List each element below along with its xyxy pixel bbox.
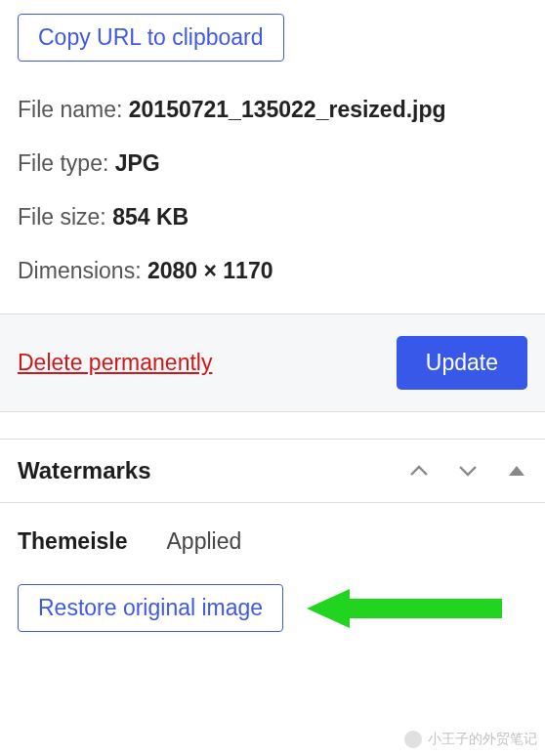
watermark-item-row: Themeisle Applied <box>18 528 527 555</box>
dimensions-value: 2080 × 1170 <box>147 258 273 283</box>
file-type-label: File type: <box>18 150 108 176</box>
watermarks-panel-body: Themeisle Applied Restore original image <box>0 503 545 651</box>
delete-permanently-link[interactable]: Delete permanently <box>18 350 212 376</box>
file-size-value: 854 KB <box>112 204 189 230</box>
watermark-status: Applied <box>167 528 242 555</box>
restore-original-button[interactable]: Restore original image <box>18 584 283 632</box>
action-bar: Delete permanently Update <box>0 314 545 412</box>
panel-spacer <box>0 412 545 440</box>
watermark-name: Themeisle <box>18 528 128 555</box>
file-name-label: File name: <box>18 97 122 122</box>
image-credit-watermark: 小王子的外贸笔记 <box>404 731 537 748</box>
credit-text: 小王子的外贸笔记 <box>428 731 537 748</box>
chevron-down-icon[interactable] <box>457 460 479 482</box>
file-size-row: File size: 854 KB <box>18 204 527 231</box>
copy-url-button[interactable]: Copy URL to clipboard <box>18 14 284 62</box>
svg-marker-0 <box>509 466 524 476</box>
collapse-icon[interactable] <box>506 460 527 482</box>
file-type-row: File type: JPG <box>18 150 527 177</box>
panel-header-icons <box>408 460 527 482</box>
svg-marker-1 <box>307 589 502 628</box>
watermarks-panel-header[interactable]: Watermarks <box>0 440 545 503</box>
file-name-row: File name: 20150721_135022_resized.jpg <box>18 97 527 123</box>
restore-row: Restore original image <box>18 584 527 632</box>
watermarks-panel-title: Watermarks <box>18 457 151 484</box>
chevron-up-icon[interactable] <box>408 460 430 482</box>
file-name-value: 20150721_135022_resized.jpg <box>129 97 446 122</box>
update-button[interactable]: Update <box>397 336 527 390</box>
file-type-value: JPG <box>115 150 160 176</box>
annotation-arrow-icon <box>307 587 527 630</box>
credit-avatar-icon <box>404 731 422 748</box>
dimensions-row: Dimensions: 2080 × 1170 <box>18 258 527 284</box>
file-size-label: File size: <box>18 204 106 230</box>
file-details-section: Copy URL to clipboard File name: 2015072… <box>0 0 545 314</box>
dimensions-label: Dimensions: <box>18 258 142 283</box>
